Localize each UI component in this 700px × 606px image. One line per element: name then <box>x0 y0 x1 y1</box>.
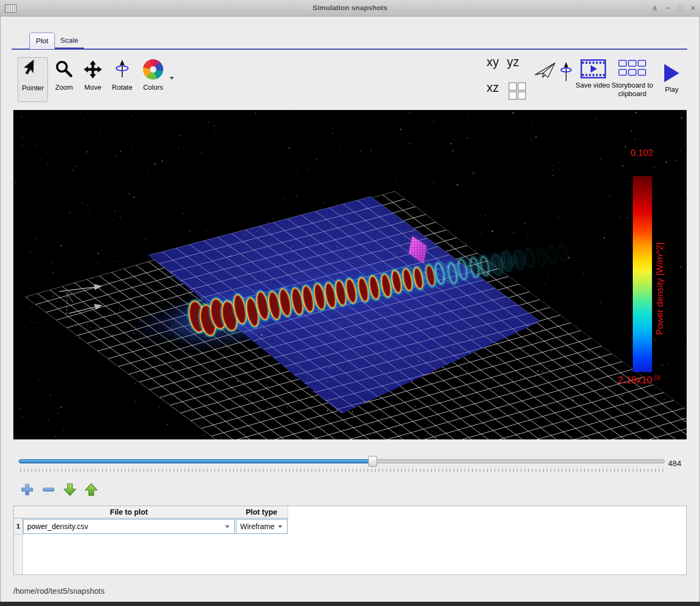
quad-view-grid-icon[interactable] <box>508 82 527 100</box>
move-tool-button[interactable]: Move <box>80 57 106 101</box>
zoom-tool-label: Zoom <box>51 83 77 91</box>
four-way-arrows-icon <box>80 57 106 82</box>
view-yz-button[interactable]: yz <box>507 55 519 69</box>
add-row-button[interactable] <box>20 483 34 497</box>
green-arrow-down-icon <box>64 484 76 495</box>
plot3d-scene <box>13 110 687 439</box>
snapshot-slider-value: 484 <box>668 459 681 468</box>
files-table: File to plot Plot type 1 power_density.c… <box>13 506 687 575</box>
column-header-plot-type[interactable]: Plot type <box>235 506 288 518</box>
window-title: Simulation snapshots <box>0 4 700 12</box>
axis-rotate-icon <box>108 57 136 82</box>
chevron-down-icon <box>278 525 282 528</box>
tabbar-underline-segment <box>53 48 84 50</box>
rotate-tool-button[interactable]: Rotate <box>108 57 136 101</box>
rotate-tool-label: Rotate <box>108 83 136 91</box>
colorbar-min-mantissa: 2.19x10 <box>618 375 652 385</box>
snapshot-slider-fill <box>19 459 372 463</box>
move-tool-label: Move <box>80 83 106 91</box>
table-corner-cell <box>14 506 23 518</box>
play-triangle-icon[interactable] <box>663 63 681 83</box>
column-header-file[interactable]: File to plot <box>22 506 236 518</box>
axis-rotate-small-icon[interactable] <box>559 61 574 84</box>
titlebar[interactable]: Simulation snapshots ∧ − □ × <box>0 0 700 17</box>
file-to-plot-combobox[interactable]: power_density.csv <box>23 519 235 534</box>
colorbar <box>633 176 652 372</box>
zoom-tool-button[interactable]: Zoom <box>51 57 77 101</box>
colorbar-max-label: 0.102 <box>621 148 663 159</box>
snapshot-slider-handle[interactable] <box>368 456 377 467</box>
view-xy-button[interactable]: xy <box>487 55 499 69</box>
maximize-button[interactable]: □ <box>674 2 686 14</box>
plot-type-value: Wireframe <box>240 522 275 531</box>
plot-type-combobox[interactable]: Wireframe <box>236 519 288 534</box>
filmstrip-play-icon[interactable] <box>580 59 606 78</box>
row-index[interactable]: 1 <box>14 518 23 534</box>
status-path: /home/rod/test5/snapshots <box>13 587 105 595</box>
save-video-label[interactable]: Save video <box>575 81 610 90</box>
move-row-up-button[interactable] <box>84 483 98 497</box>
remove-row-button[interactable] <box>42 483 55 497</box>
pointer-tool-button[interactable]: Pointer <box>18 57 48 102</box>
green-arrow-up-icon <box>85 484 97 495</box>
storyboard-label[interactable]: Storyboard to clipboard <box>606 81 658 98</box>
tab-plot[interactable]: Plot <box>29 33 55 49</box>
cursor-arrow-icon <box>18 58 47 82</box>
view-xz-button[interactable]: xz <box>487 81 499 95</box>
minus-icon <box>43 488 54 491</box>
pointer-tool-label: Pointer <box>18 84 47 92</box>
chevron-down-icon <box>225 525 229 528</box>
minimize-button[interactable]: − <box>662 2 674 14</box>
paper-plane-icon[interactable] <box>534 61 556 82</box>
colors-tool-button[interactable]: Colors <box>139 57 168 101</box>
plot3d-canvas[interactable]: 0.102 2.19x10-15 Power density [W/m^2] <box>13 110 687 439</box>
magnifier-icon <box>51 57 77 82</box>
colorbar-min-exponent: -15 <box>652 374 661 381</box>
tabbar-underline <box>12 49 687 50</box>
colorbar-min-label: 2.19x10-15 <box>618 374 690 386</box>
colors-dropdown-caret[interactable] <box>170 77 174 80</box>
app-window: Simulation snapshots ∧ − □ × Plot Scale <box>0 0 700 606</box>
tab-scale[interactable]: Scale <box>55 33 84 49</box>
shade-button[interactable]: ∧ <box>649 2 661 14</box>
snapshot-slider-ticks <box>20 469 665 472</box>
color-wheel-icon <box>139 57 168 82</box>
move-row-down-button[interactable] <box>63 483 77 497</box>
window-bottom-edge <box>0 602 700 606</box>
colors-tool-label: Colors <box>139 83 168 91</box>
plus-icon <box>22 484 33 495</box>
play-label[interactable]: Play <box>661 85 683 94</box>
colorbar-axis-label: Power density [W/m^2] <box>655 209 665 369</box>
close-button[interactable]: × <box>687 2 699 14</box>
frames-grid-icon[interactable] <box>618 60 646 78</box>
file-to-plot-value: power_density.csv <box>27 522 88 531</box>
